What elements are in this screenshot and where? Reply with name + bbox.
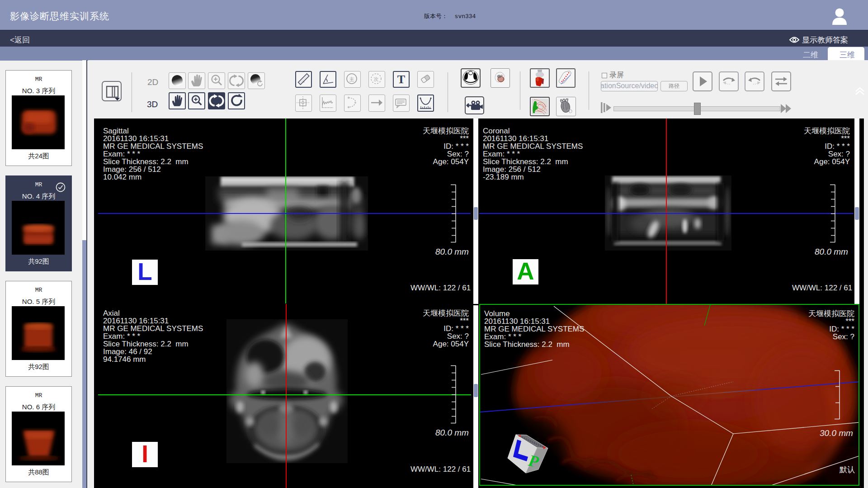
svg-text:次: 次 xyxy=(374,76,379,82)
svg-text:T: T xyxy=(397,73,405,86)
svg-text:D: D xyxy=(569,109,572,114)
svg-text:主: 主 xyxy=(349,76,354,82)
